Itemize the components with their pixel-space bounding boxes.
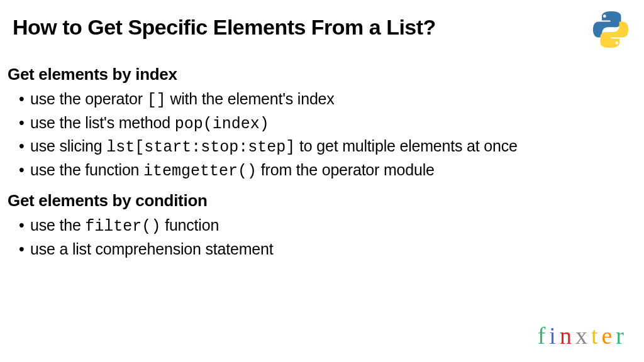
item-code: itemgetter() <box>143 162 257 180</box>
brand-letter: x <box>575 322 591 349</box>
list-item: use the operator [] with the element's i… <box>30 88 636 112</box>
brand-letter: r <box>616 322 628 349</box>
list-item: use the list's method pop(index) <box>30 112 636 136</box>
section-heading-by-condition: Get elements by condition <box>8 191 636 211</box>
item-code: [] <box>147 91 166 109</box>
list-item: use the filter() function <box>30 214 636 238</box>
item-text-pre: use slicing <box>30 137 106 155</box>
item-text-pre: use the list's method <box>30 114 175 131</box>
item-text-pre: use a list comprehension statement <box>30 240 273 258</box>
brand-letter: i <box>549 322 560 349</box>
page-title: How to Get Specific Elements From a List… <box>0 0 644 46</box>
brand-letter: f <box>538 322 550 349</box>
item-text-post: with the element's index <box>166 90 335 107</box>
section-heading-by-index: Get elements by index <box>8 65 636 84</box>
python-logo-icon <box>591 10 630 49</box>
finxter-logo: finxter <box>538 322 628 349</box>
item-text-post: function <box>160 216 219 234</box>
brand-letter: t <box>591 322 602 349</box>
brand-letter: n <box>560 322 575 349</box>
item-code: lst[start:stop:step] <box>106 138 295 156</box>
item-text-post: from the operator module <box>257 161 435 178</box>
brand-letter: e <box>601 322 616 349</box>
item-text-pre: use the function <box>30 161 143 178</box>
item-text-pre: use the operator <box>30 90 147 107</box>
list-by-condition: use the filter() function use a list com… <box>8 214 636 261</box>
content-area: Get elements by index use the operator [… <box>0 46 644 261</box>
item-text-post: to get multiple elements at once <box>295 137 517 155</box>
item-text-pre: use the <box>30 216 85 234</box>
item-code: filter() <box>85 217 160 236</box>
item-code: pop(index) <box>175 115 269 133</box>
list-item: use a list comprehension statement <box>30 238 636 262</box>
list-by-index: use the operator [] with the element's i… <box>8 88 636 182</box>
list-item: use slicing lst[start:stop:step] to get … <box>30 135 636 159</box>
list-item: use the function itemgetter() from the o… <box>30 159 636 183</box>
